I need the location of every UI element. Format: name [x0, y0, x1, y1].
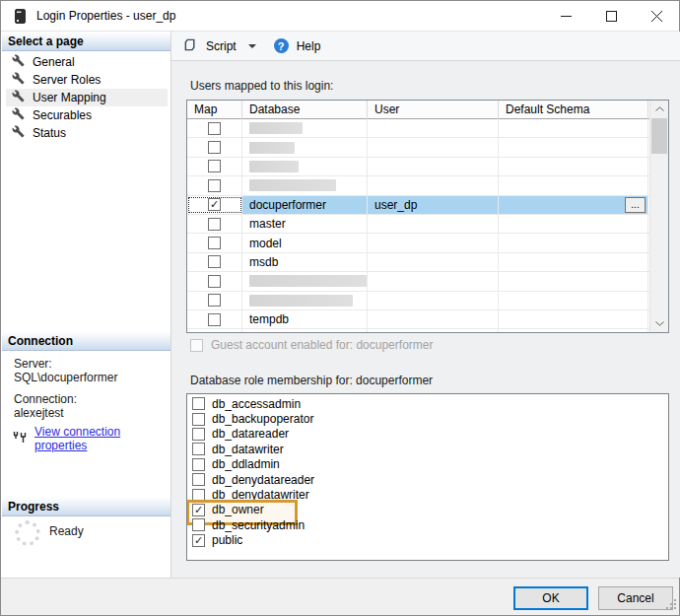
table-row[interactable]: [187, 292, 649, 310]
close-button[interactable]: [634, 1, 679, 31]
default-schema-browse-button[interactable]: ...: [625, 197, 646, 213]
role-item-public[interactable]: public: [187, 533, 668, 548]
table-row[interactable]: tempdb: [187, 310, 649, 329]
login-properties-icon: [15, 9, 26, 24]
table-row[interactable]: msdb: [187, 253, 649, 272]
map-checkbox[interactable]: [208, 218, 221, 231]
script-button[interactable]: Script: [206, 39, 237, 53]
footer: OK Cancel: [1, 578, 679, 615]
role-item-db_denydatareader[interactable]: db_denydatareader: [187, 472, 668, 487]
map-checkbox[interactable]: [208, 141, 221, 154]
role-label: db_datawriter: [212, 443, 284, 456]
role-checkbox[interactable]: [192, 413, 205, 426]
sidebar-item-status[interactable]: Status: [6, 124, 168, 142]
database-name: model: [249, 237, 282, 250]
role-item-db_datareader[interactable]: db_datareader: [187, 427, 668, 442]
table-row[interactable]: [187, 119, 649, 138]
table-row[interactable]: [187, 158, 649, 176]
role-checkbox[interactable]: [192, 504, 205, 516]
table-row[interactable]: [187, 329, 649, 332]
wrench-icon: [12, 90, 25, 105]
connection-header: Connection: [2, 332, 170, 351]
table-row[interactable]: docuperformeruser_dp...: [187, 196, 649, 215]
role-checkbox[interactable]: [192, 534, 205, 547]
scrollbar-thumb[interactable]: [651, 118, 667, 154]
role-item-db_owner[interactable]: db_owner: [187, 503, 668, 517]
ok-button[interactable]: OK: [513, 586, 588, 610]
cancel-button[interactable]: Cancel: [598, 586, 673, 610]
view-connection-properties-row: View connection properties: [12, 425, 170, 452]
table-row[interactable]: master: [187, 215, 649, 234]
column-header-database[interactable]: Database: [242, 101, 368, 119]
map-checkbox[interactable]: [208, 313, 221, 326]
role-item-db_securityadmin[interactable]: db_securityadmin: [187, 517, 668, 532]
table-row[interactable]: model: [187, 234, 649, 252]
map-checkbox[interactable]: [208, 198, 221, 211]
wrench-icon: [12, 54, 25, 70]
help-button[interactable]: Help: [297, 39, 321, 53]
scroll-down-button[interactable]: [650, 315, 668, 332]
role-item-db_ddladmin[interactable]: db_ddladmin: [187, 457, 668, 472]
redacted-database-name: [249, 161, 299, 172]
connection-plug-icon: [12, 431, 28, 447]
titlebar: Login Properties - user_dp: [1, 1, 679, 32]
role-checkbox[interactable]: [192, 397, 205, 410]
map-checkbox[interactable]: [208, 294, 221, 307]
sidebar-item-general[interactable]: General: [6, 53, 168, 71]
role-label: db_securityadmin: [212, 518, 305, 532]
chevron-up-icon: [655, 106, 664, 111]
map-checkbox[interactable]: [208, 160, 221, 172]
connection-label: Connection:: [14, 392, 77, 406]
sidebar-item-server-roles[interactable]: Server Roles: [6, 71, 168, 89]
role-label: db_ddladmin: [212, 457, 280, 471]
column-header-user[interactable]: User: [368, 101, 499, 119]
role-item-db_denydatawriter[interactable]: db_denydatawriter: [187, 487, 668, 502]
role-checkbox[interactable]: [192, 443, 205, 455]
view-connection-properties-link[interactable]: View connection properties: [34, 425, 170, 452]
redacted-database-name: [249, 122, 303, 134]
map-checkbox[interactable]: [208, 179, 221, 192]
resize-grip-icon[interactable]: [666, 599, 677, 613]
map-checkbox[interactable]: [208, 237, 221, 249]
role-checkbox[interactable]: [192, 518, 205, 531]
user-name: user_dp: [374, 198, 417, 212]
role-checkbox[interactable]: [192, 473, 205, 486]
guest-account-row: Guest account enabled for: docuperformer: [190, 338, 433, 352]
login-properties-dialog: Login Properties - user_dp Select a page…: [0, 0, 680, 616]
minimize-icon: [561, 11, 572, 22]
table-row[interactable]: [187, 176, 649, 195]
role-item-db_accessadmin[interactable]: db_accessadmin: [187, 396, 668, 411]
wrench-icon: [12, 72, 25, 88]
vertical-scrollbar[interactable]: [649, 101, 668, 332]
role-checkbox[interactable]: [192, 428, 205, 441]
role-checkbox[interactable]: [192, 489, 205, 502]
redacted-database-name: [249, 295, 353, 307]
maximize-button[interactable]: [588, 1, 634, 31]
script-dropdown-arrow-icon[interactable]: [248, 44, 256, 48]
redacted-database-name: [249, 142, 295, 154]
guest-account-label: Guest account enabled for: docuperformer: [211, 338, 433, 352]
minimize-button[interactable]: [543, 1, 588, 31]
roles-list: db_accessadmindb_backupoperatordb_datare…: [186, 393, 669, 561]
role-item-db_datawriter[interactable]: db_datawriter: [187, 442, 668, 456]
table-row[interactable]: [187, 272, 649, 291]
sidebar-item-label: User Mapping: [33, 91, 106, 104]
table-row[interactable]: [187, 138, 649, 157]
role-checkbox[interactable]: [192, 458, 205, 471]
role-label: db_backupoperator: [212, 412, 313, 426]
sidebar-item-user-mapping[interactable]: User Mapping: [6, 89, 168, 106]
sidebar-item-securables[interactable]: Securables: [6, 106, 168, 124]
role-item-db_backupoperator[interactable]: db_backupoperator: [187, 411, 668, 426]
redacted-database-name: [249, 275, 367, 287]
scroll-up-button[interactable]: [650, 101, 668, 117]
sidebar: Select a page General Server Roles User …: [2, 32, 171, 578]
database-name: master: [249, 217, 286, 231]
map-checkbox[interactable]: [208, 122, 221, 135]
help-question-icon: ?: [274, 38, 289, 53]
column-header-default-schema[interactable]: Default Schema: [499, 101, 648, 119]
column-header-map[interactable]: Map: [187, 101, 242, 119]
window-controls: [543, 1, 679, 31]
main-content: Script ? Help Users mapped to this login…: [171, 32, 680, 578]
map-checkbox[interactable]: [208, 255, 221, 268]
map-checkbox[interactable]: [208, 275, 221, 288]
